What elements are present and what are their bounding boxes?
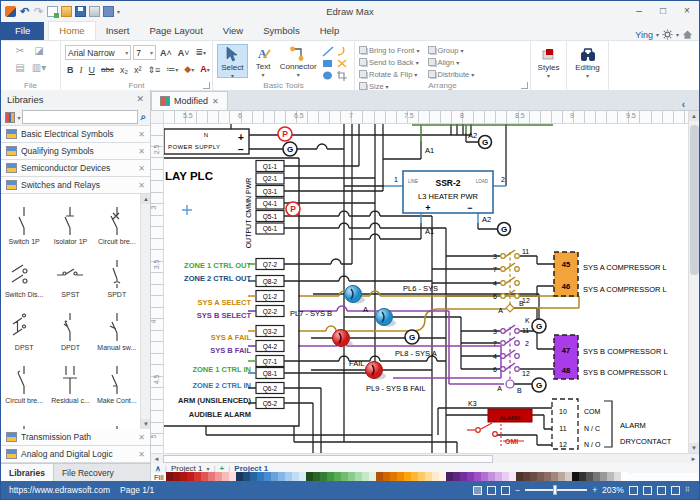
section-close-icon[interactable]: ✕ — [138, 450, 145, 459]
maximize-button[interactable]: □ — [651, 2, 675, 21]
symbol-item[interactable]: Circuit bre... — [1, 353, 47, 406]
strikethrough-button[interactable]: abc — [99, 63, 116, 77]
marker-g-5[interactable]: G — [532, 319, 546, 333]
qat-customize-caret[interactable]: ▾ — [117, 8, 120, 15]
library-section[interactable]: Semiconductor Devices✕ — [1, 159, 150, 177]
color-swatch[interactable] — [537, 472, 544, 481]
select-tool-button[interactable]: Select ▾ — [217, 44, 248, 78]
section-close-icon[interactable]: ✕ — [138, 433, 145, 442]
color-swatch[interactable] — [411, 472, 418, 481]
color-swatch[interactable] — [572, 472, 579, 481]
highlight-icon[interactable]: ◆▾ — [182, 62, 196, 77]
collapse-panel-icon[interactable]: ‹ — [682, 99, 699, 110]
scroll-down-icon[interactable]: ▼ — [141, 419, 150, 429]
increase-font-icon[interactable]: A˄ — [158, 46, 174, 60]
color-swatch[interactable] — [397, 472, 404, 481]
tab-page-layout[interactable]: Page Layout — [139, 22, 212, 40]
symbol-item[interactable]: Make Cont... — [94, 353, 140, 406]
color-swatch[interactable] — [383, 472, 390, 481]
align-button[interactable]: Align▾ — [428, 56, 484, 68]
vertical-scroll-thumb[interactable] — [690, 125, 699, 275]
send-to-back-button[interactable]: Send to Back▾ — [359, 56, 425, 68]
color-swatch[interactable] — [222, 472, 229, 481]
color-swatch[interactable] — [446, 472, 453, 481]
marker-g-2[interactable]: G — [479, 136, 492, 149]
zoom-in-icon[interactable]: + — [592, 485, 597, 495]
superscript-button[interactable]: x² — [132, 63, 144, 77]
document-tab[interactable]: Modified ✕ — [151, 91, 228, 110]
view-normal-icon[interactable] — [473, 486, 482, 495]
resize-grip[interactable]: ⠿ — [685, 486, 691, 494]
color-swatch[interactable] — [327, 472, 334, 481]
color-swatch[interactable] — [516, 472, 523, 481]
color-swatch[interactable] — [523, 472, 530, 481]
symbol-item[interactable] — [94, 406, 140, 429]
symbol-item[interactable]: Residual c... — [47, 353, 93, 406]
tab-help[interactable]: Help — [310, 22, 350, 40]
color-swatch[interactable] — [229, 472, 236, 481]
color-swatch[interactable] — [180, 472, 187, 481]
color-swatch[interactable] — [502, 472, 509, 481]
section-close-icon[interactable]: ✕ — [138, 130, 145, 139]
line-spacing-icon[interactable]: ⇕≡ — [145, 63, 162, 77]
color-swatch[interactable] — [201, 472, 208, 481]
symbol-item[interactable]: Switch 1P — [1, 194, 47, 247]
library-section[interactable]: Qualifying Symbols✕ — [1, 142, 150, 160]
color-swatch[interactable] — [341, 472, 348, 481]
color-swatch[interactable] — [460, 472, 467, 481]
color-swatch[interactable] — [243, 472, 250, 481]
color-swatch[interactable] — [257, 472, 264, 481]
color-swatch[interactable] — [467, 472, 474, 481]
document-close-icon[interactable]: ✕ — [212, 97, 219, 106]
symbol-item[interactable]: DPST — [1, 300, 47, 353]
color-swatch[interactable] — [278, 472, 285, 481]
color-swatch[interactable] — [369, 472, 376, 481]
color-swatch[interactable] — [236, 472, 243, 481]
redo-icon[interactable]: ↷ — [33, 6, 44, 17]
section-close-icon[interactable]: ✕ — [138, 164, 145, 173]
panel-close-icon[interactable]: ✕ — [136, 94, 144, 104]
color-swatch[interactable] — [439, 472, 446, 481]
color-swatch[interactable] — [313, 472, 320, 481]
color-swatch[interactable] — [264, 472, 271, 481]
color-swatch[interactable] — [376, 472, 383, 481]
marker-p-1[interactable]: P — [278, 127, 292, 141]
fit-page-icon[interactable] — [643, 486, 652, 495]
scroll-down-icon[interactable]: ▼ — [689, 443, 699, 453]
tab-libraries[interactable]: Libraries — [1, 464, 54, 481]
color-swatch[interactable] — [292, 472, 299, 481]
marker-g-3[interactable]: G — [498, 223, 511, 236]
font-dialog-launcher[interactable] — [203, 82, 210, 89]
editing-button[interactable]: Editing ▾ — [568, 44, 608, 79]
marker-p-2[interactable]: P — [286, 202, 300, 216]
tab-insert[interactable]: Insert — [96, 22, 140, 40]
library-section[interactable]: Basic Electrical Symbols✕ — [1, 125, 150, 143]
minimize-button[interactable]: – — [627, 2, 651, 21]
rectangle-tool-icon[interactable] — [322, 58, 336, 70]
color-swatch[interactable] — [509, 472, 516, 481]
contact-group-sys-a[interactable] — [501, 254, 520, 312]
zoom-region-icon[interactable] — [657, 486, 666, 495]
distribute-button[interactable]: Distribute▾ — [428, 68, 484, 80]
section-close-icon[interactable]: ✕ — [138, 181, 145, 190]
color-swatch[interactable] — [579, 472, 586, 481]
curve-tool-icon[interactable] — [336, 46, 350, 58]
zoom-slider-thumb[interactable] — [553, 485, 557, 495]
scroll-up-icon[interactable]: ▲ — [141, 194, 150, 204]
contact-group-sys-b[interactable] — [501, 329, 520, 388]
symbol-item[interactable]: Switch Dis... — [1, 247, 47, 300]
color-swatch[interactable] — [208, 472, 215, 481]
marker-g-4[interactable]: G — [405, 330, 419, 344]
color-swatch[interactable] — [299, 472, 306, 481]
color-swatch[interactable] — [320, 472, 327, 481]
tab-file-recovery[interactable]: File Recovery — [54, 464, 122, 481]
tab-symbols[interactable]: Symbols — [253, 22, 309, 40]
color-swatch[interactable] — [334, 472, 341, 481]
connector-tool-button[interactable]: Connector ▾ — [278, 44, 318, 78]
subscript-button[interactable]: x₂ — [118, 63, 130, 77]
color-swatch[interactable] — [593, 472, 600, 481]
font-name-combobox[interactable]: Arial Narrow▾ — [65, 45, 131, 60]
color-swatch[interactable] — [362, 472, 369, 481]
color-swatch[interactable] — [558, 472, 565, 481]
color-swatch[interactable] — [607, 472, 614, 481]
